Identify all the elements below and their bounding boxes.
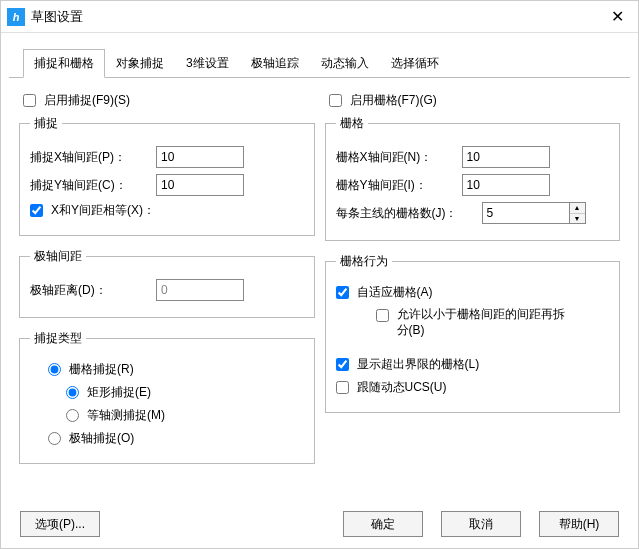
enable-grid-label: 启用栅格(F7)(G) (350, 92, 437, 109)
snap-group: 捕捉 捕捉X轴间距(P)： 捕捉Y轴间距(C)： X和Y间距相等(X)： (19, 115, 315, 236)
snap-group-legend: 捕捉 (30, 115, 62, 132)
snap-x-input[interactable] (156, 146, 244, 168)
enable-snap-input[interactable] (23, 94, 36, 107)
grid-snap-radio[interactable]: 栅格捕捉(R) (48, 361, 134, 378)
left-column: 启用捕捉(F9)(S) 捕捉 捕捉X轴间距(P)： 捕捉Y轴间距(C)： X和Y… (19, 88, 315, 476)
grid-behavior-legend: 栅格行为 (336, 253, 392, 270)
polar-snap-radio[interactable]: 极轴捕捉(O) (48, 430, 134, 447)
xy-equal-input[interactable] (30, 204, 43, 217)
spinner-buttons[interactable]: ▲ ▼ (570, 202, 586, 224)
enable-grid-input[interactable] (329, 94, 342, 107)
polar-dist-label: 极轴距离(D)： (30, 282, 150, 299)
snap-y-label: 捕捉Y轴间距(C)： (30, 177, 150, 194)
grid-x-input[interactable] (462, 146, 550, 168)
snap-type-group: 捕捉类型 栅格捕捉(R) 矩形捕捉(E) 等轴测捕捉(M) (19, 330, 315, 464)
grid-group-legend: 栅格 (336, 115, 368, 132)
snap-x-label: 捕捉X轴间距(P)： (30, 149, 150, 166)
close-icon[interactable]: ✕ (605, 7, 630, 26)
adaptive-grid-checkbox[interactable]: 自适应栅格(A) (336, 284, 433, 301)
grid-behavior-group: 栅格行为 自适应栅格(A) 允许以小于栅格间距的间距再拆分(B) 显示超出界限的… (325, 253, 621, 413)
follow-ucs-input[interactable] (336, 381, 349, 394)
snap-type-legend: 捕捉类型 (30, 330, 86, 347)
content-area: 启用捕捉(F9)(S) 捕捉 捕捉X轴间距(P)： 捕捉Y轴间距(C)： X和Y… (1, 78, 638, 486)
allow-subsplit-input[interactable] (376, 309, 389, 322)
allow-subsplit-label: 允许以小于栅格间距的间距再拆分(B) (397, 307, 567, 338)
window-title: 草图设置 (31, 8, 605, 26)
iso-snap-radio[interactable]: 等轴测捕捉(M) (66, 407, 165, 424)
tab-bar: 捕捉和栅格 对象捕捉 3维设置 极轴追踪 动态输入 选择循环 (9, 41, 630, 78)
grid-snap-input[interactable] (48, 363, 61, 376)
spinner-down-icon[interactable]: ▼ (570, 214, 585, 224)
polar-dist-input (156, 279, 244, 301)
grid-group: 栅格 栅格X轴间距(N)： 栅格Y轴间距(I)： 每条主线的栅格数(J)： ▲ … (325, 115, 621, 241)
polar-spacing-group: 极轴间距 极轴距离(D)： (19, 248, 315, 318)
allow-subsplit-checkbox[interactable]: 允许以小于栅格间距的间距再拆分(B) (376, 307, 567, 338)
tab-object-snap[interactable]: 对象捕捉 (105, 49, 175, 78)
tab-polar-tracking[interactable]: 极轴追踪 (240, 49, 310, 78)
titlebar: h 草图设置 ✕ (1, 1, 638, 33)
tab-3d-settings[interactable]: 3维设置 (175, 49, 240, 78)
app-icon: h (7, 8, 25, 26)
footer: 选项(P)... 确定 取消 帮助(H) (0, 511, 639, 537)
tab-snap-grid[interactable]: 捕捉和栅格 (23, 49, 105, 78)
right-column: 启用栅格(F7)(G) 栅格 栅格X轴间距(N)： 栅格Y轴间距(I)： 每条主… (325, 88, 621, 476)
help-button[interactable]: 帮助(H) (539, 511, 619, 537)
show-beyond-limits-label: 显示超出界限的栅格(L) (357, 356, 480, 373)
tab-selection-cycle[interactable]: 选择循环 (380, 49, 450, 78)
rect-snap-label: 矩形捕捉(E) (87, 384, 151, 401)
iso-snap-input[interactable] (66, 409, 79, 422)
grid-y-label: 栅格Y轴间距(I)： (336, 177, 456, 194)
enable-snap-label: 启用捕捉(F9)(S) (44, 92, 130, 109)
xy-equal-checkbox[interactable]: X和Y间距相等(X)： (30, 202, 155, 219)
grid-x-label: 栅格X轴间距(N)： (336, 149, 456, 166)
iso-snap-label: 等轴测捕捉(M) (87, 407, 165, 424)
show-beyond-limits-input[interactable] (336, 358, 349, 371)
grid-y-input[interactable] (462, 174, 550, 196)
follow-ucs-label: 跟随动态UCS(U) (357, 379, 447, 396)
ok-button[interactable]: 确定 (343, 511, 423, 537)
rect-snap-radio[interactable]: 矩形捕捉(E) (66, 384, 151, 401)
follow-ucs-checkbox[interactable]: 跟随动态UCS(U) (336, 379, 447, 396)
xy-equal-label: X和Y间距相等(X)： (51, 202, 155, 219)
grids-per-major-label: 每条主线的栅格数(J)： (336, 205, 476, 222)
adaptive-grid-label: 自适应栅格(A) (357, 284, 433, 301)
polar-snap-input[interactable] (48, 432, 61, 445)
polar-snap-label: 极轴捕捉(O) (69, 430, 134, 447)
enable-grid-checkbox[interactable]: 启用栅格(F7)(G) (329, 92, 621, 109)
snap-y-input[interactable] (156, 174, 244, 196)
enable-snap-checkbox[interactable]: 启用捕捉(F9)(S) (23, 92, 315, 109)
show-beyond-limits-checkbox[interactable]: 显示超出界限的栅格(L) (336, 356, 480, 373)
cancel-button[interactable]: 取消 (441, 511, 521, 537)
spinner-up-icon[interactable]: ▲ (570, 203, 585, 214)
grid-snap-label: 栅格捕捉(R) (69, 361, 134, 378)
adaptive-grid-input[interactable] (336, 286, 349, 299)
tab-dynamic-input[interactable]: 动态输入 (310, 49, 380, 78)
grids-per-major-input[interactable] (482, 202, 570, 224)
rect-snap-input[interactable] (66, 386, 79, 399)
options-button[interactable]: 选项(P)... (20, 511, 100, 537)
polar-spacing-legend: 极轴间距 (30, 248, 86, 265)
